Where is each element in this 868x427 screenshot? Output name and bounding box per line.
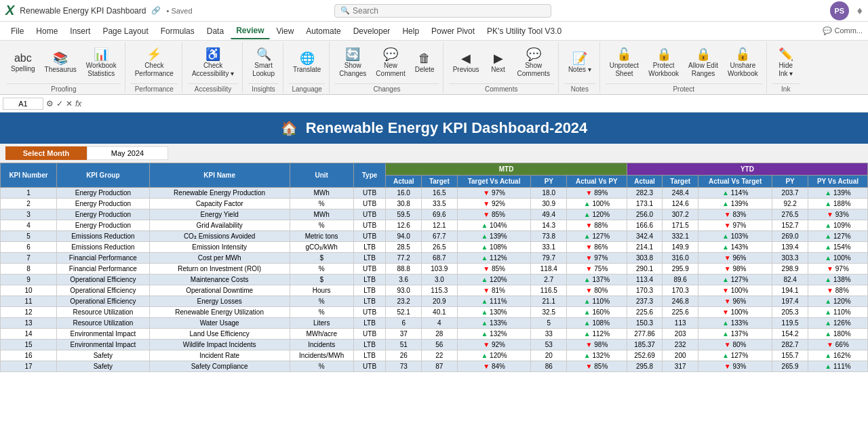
unshare-workbook-button[interactable]: 🔓 UnshareWorkbook (724, 45, 762, 81)
performance-label: Performance (131, 83, 178, 93)
hide-ink-button[interactable]: ✏️ HideInk ▾ (772, 45, 800, 81)
menu-page-layout[interactable]: Page Layout (97, 24, 153, 39)
cell-kpi-group: Operational Efficiency (57, 296, 150, 307)
cell-mtd-target: 67.7 (422, 231, 458, 242)
cell-mtd-avpy: ▲ 110% (567, 296, 627, 307)
cell-mtd-py: 79.7 (531, 253, 567, 264)
menu-power-pivot[interactable]: Power Pivot (426, 24, 480, 39)
formula-input[interactable] (84, 98, 865, 109)
translate-button[interactable]: 🌐 Translate (289, 49, 325, 77)
thesaurus-button[interactable]: 📚 Thesaurus (41, 49, 81, 77)
cell-kpi-num: 17 (1, 361, 57, 372)
check-accessibility-button[interactable]: ♿ CheckAccessibility ▾ (188, 45, 238, 81)
unshare-workbook-icon: 🔓 (735, 48, 750, 60)
show-comments-button[interactable]: 💬 ShowComments (513, 45, 554, 81)
cell-mtd-actual: 37 (386, 329, 422, 340)
smart-lookup-icon: 🔍 (256, 48, 271, 60)
cell-unit: MWh (290, 209, 353, 220)
show-changes-button[interactable]: 🔄 ShowChanges (335, 45, 370, 81)
menu-insert[interactable]: Insert (64, 24, 96, 39)
search-input[interactable] (353, 6, 545, 16)
menu-view[interactable]: View (271, 24, 300, 39)
cell-ytd-py: 119.5 (772, 318, 808, 329)
notes-button[interactable]: 📝 Notes ▾ (564, 49, 595, 77)
cell-reference[interactable] (3, 98, 43, 110)
cell-unit: Incidents/MWh (290, 350, 353, 361)
menu-file[interactable]: File (5, 24, 29, 39)
col-mtd-tva: Target Vs Actual (457, 176, 531, 188)
cell-mtd-actual: 12.6 (386, 220, 422, 231)
cell-ytd-actual: 252.69 (627, 350, 663, 361)
cell-type: LTB (353, 318, 386, 329)
menu-home[interactable]: Home (31, 24, 63, 39)
menu-utility-tool[interactable]: PK's Utility Tool V3.0 (481, 24, 567, 39)
cell-mtd-actual: 94.0 (386, 231, 422, 242)
cell-ytd-py: 139.4 (772, 242, 808, 253)
table-row: 5 Emissions Reduction CO₂ Emissions Avoi… (1, 231, 868, 242)
col-mtd-py: PY (531, 176, 567, 188)
new-comment-button[interactable]: 💬 NewComment (372, 45, 409, 81)
menu-bar: File Home Insert Page Layout Formulas Da… (0, 22, 868, 41)
menu-formulas[interactable]: Formulas (155, 24, 200, 39)
cell-kpi-group: Energy Production (57, 188, 150, 199)
cell-ytd-actual: 214.1 (627, 242, 663, 253)
month-selector: Select Month May 2024 (0, 144, 868, 163)
menu-automate[interactable]: Automate (300, 24, 346, 39)
ribbon-comments-items: ◀ Previous ▶ Next 💬 ShowComments (449, 42, 554, 83)
cell-kpi-group: Operational Efficiency (57, 285, 150, 296)
cell-kpi-name: Incident Rate (149, 350, 290, 361)
cell-unit: Incidents (290, 340, 353, 350)
cell-mtd-target: 4 (422, 318, 458, 329)
check-performance-button[interactable]: ⚡ CheckPerformance (131, 45, 178, 81)
cell-ytd-tva: ▼ 80% (698, 340, 772, 350)
cell-unit: $ (290, 274, 353, 285)
notes-group-label: Notes (564, 83, 595, 93)
cell-kpi-name: Wildlife Impact Incidents (149, 340, 290, 350)
cell-kpi-name: Emission Intensity (149, 242, 290, 253)
cell-ytd-py: 152.7 (772, 220, 808, 231)
cell-ytd-py: 269.0 (772, 231, 808, 242)
cell-kpi-name: Capacity Factor (149, 199, 290, 209)
cell-ytd-tva: ▼ 100% (698, 285, 772, 296)
cell-ytd-py: 282.7 (772, 340, 808, 350)
delete-button[interactable]: 🗑 Delete (411, 49, 439, 77)
cell-ytd-pvya: ▲ 120% (808, 296, 867, 307)
protect-workbook-button[interactable]: 🔒 ProtectWorkbook (644, 45, 683, 81)
next-comment-button[interactable]: ▶ Next (485, 49, 512, 77)
new-comment-icon: 💬 (383, 48, 398, 60)
trophy-icon: ♦ (857, 5, 863, 17)
spelling-button[interactable]: abc Spelling (7, 50, 39, 76)
previous-comment-button[interactable]: ◀ Previous (449, 49, 484, 77)
cell-type: UTB (353, 188, 386, 199)
workbook-stats-button[interactable]: 📊 WorkbookStatistics (82, 45, 121, 81)
cell-mtd-tva: ▼ 81% (457, 285, 531, 296)
allow-edit-ranges-button[interactable]: 🔒 Allow EditRanges (684, 45, 722, 81)
menu-data[interactable]: Data (201, 24, 229, 39)
menu-developer[interactable]: Developer (348, 24, 396, 39)
cell-type: LTB (353, 350, 386, 361)
check-accessibility-label: CheckAccessibility ▾ (192, 62, 234, 78)
menu-help[interactable]: Help (397, 24, 425, 39)
smart-lookup-button[interactable]: 🔍 SmartLookup (248, 45, 279, 81)
cell-ytd-pvya: ▲ 126% (808, 318, 867, 329)
cell-ytd-target: 295.9 (663, 264, 698, 274)
menu-review[interactable]: Review (231, 23, 269, 39)
cell-kpi-name: Energy Yield (149, 209, 290, 220)
cell-ytd-target: 171.5 (663, 220, 698, 231)
unprotect-sheet-button[interactable]: 🔓 UnprotectSheet (606, 45, 643, 81)
cell-kpi-name: Return on Investment (ROI) (149, 264, 290, 274)
cell-ytd-pvya: ▲ 111% (808, 361, 867, 372)
comments-toggle[interactable]: 💬 Comm... (823, 26, 863, 35)
delete-icon: 🗑 (418, 52, 431, 64)
table-row: 4 Energy Production Grid Availability % … (1, 220, 868, 231)
cell-ytd-actual: 303.8 (627, 253, 663, 264)
cell-kpi-name: Renewable Energy Production (149, 188, 290, 199)
ribbon-protect-items: 🔓 UnprotectSheet 🔒 ProtectWorkbook 🔒 All… (606, 42, 762, 83)
cell-mtd-target: 3.0 (422, 274, 458, 285)
cell-type: LTB (353, 253, 386, 264)
cell-ytd-py: 276.5 (772, 209, 808, 220)
select-month-button[interactable]: Select Month (5, 146, 87, 160)
table-row: 16 Safety Incident Rate Incidents/MWh LT… (1, 350, 868, 361)
search-box[interactable]: 🔍 (334, 4, 551, 18)
cell-mtd-actual: 77.2 (386, 253, 422, 264)
